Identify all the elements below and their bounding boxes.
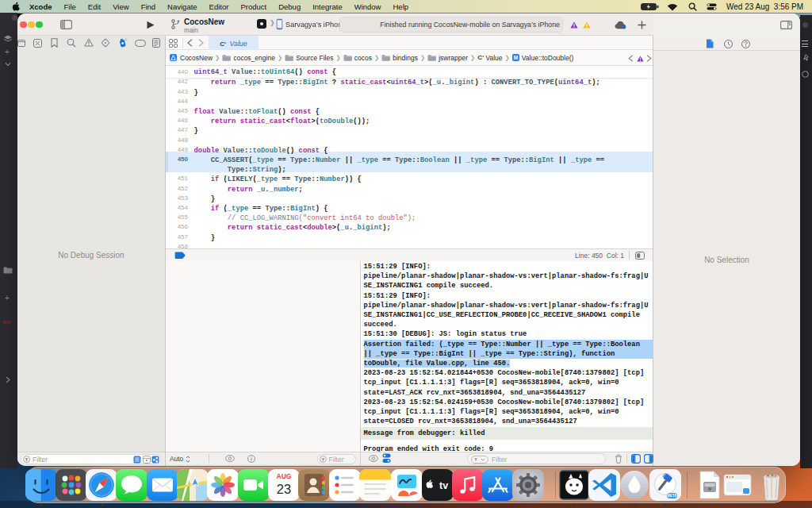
svg-text:BETA: BETA [668,494,678,498]
svg-text:M: M [514,55,518,60]
svg-text:23: 23 [277,482,291,496]
svg-text:AUG: AUG [277,472,292,480]
svg-text:tv: tv [439,480,448,491]
